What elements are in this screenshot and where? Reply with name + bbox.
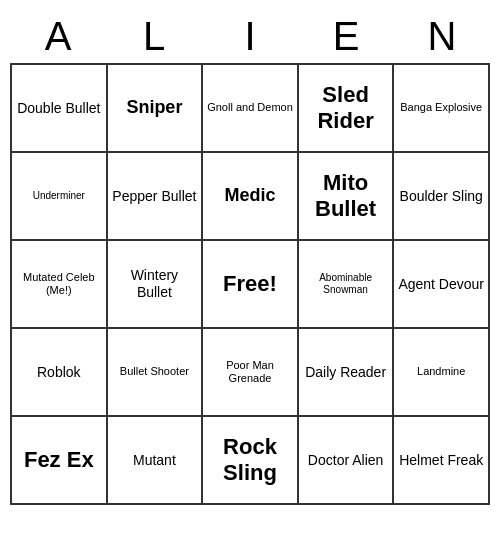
bingo-cell: Banga Explosive bbox=[394, 65, 490, 153]
header-row: ALIEN bbox=[10, 10, 490, 63]
bingo-cell: Fez Ex bbox=[12, 417, 108, 505]
bingo-cell: Medic bbox=[203, 153, 299, 241]
cell-text: Pepper Bullet bbox=[112, 188, 196, 205]
cell-text: Free! bbox=[223, 271, 277, 297]
cell-text: Sled Rider bbox=[303, 82, 389, 135]
cell-text: Helmet Freak bbox=[399, 452, 483, 469]
bingo-cell: Gnoll and Demon bbox=[203, 65, 299, 153]
cell-text: Sniper bbox=[126, 97, 182, 119]
cell-text: Poor Man Grenade bbox=[207, 359, 293, 385]
cell-text: Medic bbox=[224, 185, 275, 207]
header-letter: E bbox=[298, 10, 394, 63]
cell-text: Fez Ex bbox=[24, 447, 94, 473]
cell-text: Agent Devour bbox=[398, 276, 484, 293]
bingo-cell: Abominable Snowman bbox=[299, 241, 395, 329]
cell-text: Mutated Celeb (Me!) bbox=[16, 271, 102, 297]
bingo-cell: Boulder Sling bbox=[394, 153, 490, 241]
cell-text: Boulder Sling bbox=[400, 188, 483, 205]
header-letter: N bbox=[394, 10, 490, 63]
bingo-cell: Sled Rider bbox=[299, 65, 395, 153]
cell-text: Abominable Snowman bbox=[303, 272, 389, 296]
cell-text: Underminer bbox=[33, 190, 85, 202]
bingo-cell: Bullet Shooter bbox=[108, 329, 204, 417]
bingo-cell: Wintery Bullet bbox=[108, 241, 204, 329]
cell-text: Gnoll and Demon bbox=[207, 101, 293, 114]
bingo-cell: Mutant bbox=[108, 417, 204, 505]
cell-text: Mito Bullet bbox=[303, 170, 389, 223]
cell-text: Rock Sling bbox=[207, 434, 293, 487]
cell-text: Roblok bbox=[37, 364, 81, 381]
bingo-cell: Underminer bbox=[12, 153, 108, 241]
bingo-cell: Sniper bbox=[108, 65, 204, 153]
cell-text: Daily Reader bbox=[305, 364, 386, 381]
bingo-cell: Free! bbox=[203, 241, 299, 329]
bingo-cell: Helmet Freak bbox=[394, 417, 490, 505]
cell-text: Double Bullet bbox=[17, 100, 100, 117]
bingo-cell: Doctor Alien bbox=[299, 417, 395, 505]
cell-text: Mutant bbox=[133, 452, 176, 469]
bingo-cell: Agent Devour bbox=[394, 241, 490, 329]
bingo-card: ALIEN Double BulletSniperGnoll and Demon… bbox=[10, 10, 490, 505]
bingo-cell: Mito Bullet bbox=[299, 153, 395, 241]
header-letter: L bbox=[106, 10, 202, 63]
bingo-cell: Pepper Bullet bbox=[108, 153, 204, 241]
cell-text: Wintery Bullet bbox=[112, 267, 198, 301]
bingo-cell: Daily Reader bbox=[299, 329, 395, 417]
bingo-cell: Landmine bbox=[394, 329, 490, 417]
header-letter: A bbox=[10, 10, 106, 63]
bingo-cell: Mutated Celeb (Me!) bbox=[12, 241, 108, 329]
cell-text: Bullet Shooter bbox=[120, 365, 189, 378]
cell-text: Landmine bbox=[417, 365, 465, 378]
bingo-cell: Double Bullet bbox=[12, 65, 108, 153]
bingo-grid: Double BulletSniperGnoll and DemonSled R… bbox=[10, 63, 490, 505]
bingo-cell: Rock Sling bbox=[203, 417, 299, 505]
bingo-cell: Roblok bbox=[12, 329, 108, 417]
cell-text: Banga Explosive bbox=[400, 101, 482, 114]
cell-text: Doctor Alien bbox=[308, 452, 383, 469]
header-letter: I bbox=[202, 10, 298, 63]
bingo-cell: Poor Man Grenade bbox=[203, 329, 299, 417]
